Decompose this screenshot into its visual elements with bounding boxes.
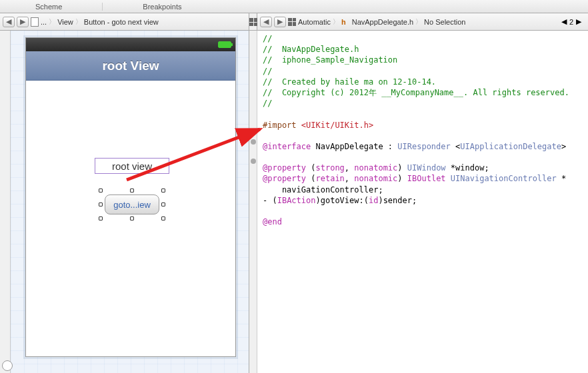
gutter-header (249, 13, 257, 30)
page-control: ◀ 2 ▶ (561, 17, 585, 26)
root-view-label[interactable]: root view (95, 158, 169, 174)
selection-handles[interactable] (101, 190, 163, 218)
code-editor[interactable]: // // NavAppDelegate.h // iphone_Sample_… (257, 31, 588, 373)
bc-selection[interactable]: No Selection (424, 18, 465, 26)
right-breadcrumb: ◀ ▶ Automatic 〉 h NavAppDelegate.h 〉 No … (257, 13, 588, 30)
chevron-right-icon: 〉 (49, 17, 55, 27)
chevron-right-icon: 〉 (333, 17, 339, 27)
connection-indicator[interactable] (251, 159, 256, 164)
chevron-right-icon: 〉 (75, 17, 82, 27)
left-breadcrumb: ◀ ▶ ... 〉 View 〉 Button - goto next view… (0, 13, 249, 30)
related-items-icon[interactable] (249, 18, 257, 26)
iphone-view[interactable]: root View root view goto...iew (25, 37, 236, 357)
interface-builder-pane[interactable]: root View root view goto...iew (0, 31, 249, 373)
bc-root[interactable]: ... (31, 17, 47, 27)
forward-button[interactable]: ▶ (274, 17, 286, 27)
bc-mode[interactable]: Automatic (298, 18, 331, 26)
status-bar (26, 38, 235, 51)
connection-indicator[interactable] (251, 139, 256, 145)
xib-file-icon (31, 17, 39, 27)
bc-button[interactable]: Button - goto next view (84, 18, 159, 26)
code-gutter[interactable] (249, 31, 257, 373)
top-toolbar: Scheme Breakpoints (0, 0, 588, 13)
bc-view[interactable]: View (57, 18, 73, 26)
navigation-bar[interactable]: root View (26, 51, 235, 81)
bc-file[interactable]: h NavAppDelegate.h (341, 18, 413, 26)
back-button[interactable]: ◀ (3, 17, 15, 27)
page-number: 2 (569, 18, 573, 26)
object-strip[interactable] (0, 31, 11, 373)
tab-scheme[interactable]: Scheme (5, 3, 102, 11)
tab-breakpoints[interactable]: Breakpoints (102, 3, 221, 11)
chevron-right-icon: 〉 (415, 17, 422, 27)
back-button[interactable]: ◀ (260, 17, 272, 27)
forward-button[interactable]: ▶ (17, 17, 29, 27)
page-prev-button[interactable]: ◀ (561, 17, 567, 26)
breadcrumb-row: ◀ ▶ ... 〉 View 〉 Button - goto next view… (0, 13, 588, 31)
clock-icon[interactable] (2, 360, 13, 371)
page-next-button[interactable]: ▶ (576, 17, 581, 26)
canvas[interactable]: root View root view goto...iew (11, 31, 249, 373)
battery-icon (218, 41, 231, 48)
related-items-icon[interactable] (288, 18, 296, 26)
main-area: root View root view goto...iew // (0, 31, 588, 373)
